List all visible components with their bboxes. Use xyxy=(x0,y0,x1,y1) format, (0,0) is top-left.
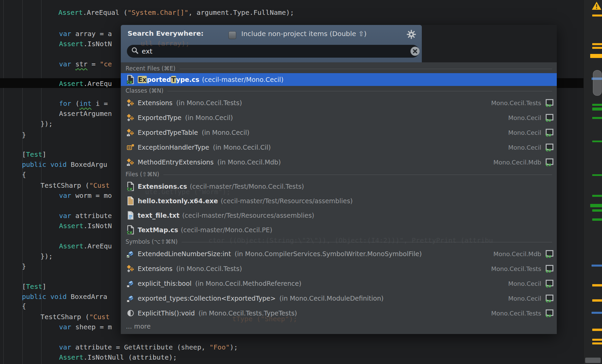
result-row[interactable]: exported_types:Collection<ExportedType>(… xyxy=(121,291,557,306)
result-row[interactable]: TExportedTypeTable(in Mono.Cecil)Mono.Ce… xyxy=(121,125,557,140)
code-line: public void BoxedArgu xyxy=(22,159,107,170)
error-stripe-mark[interactable] xyxy=(592,43,602,45)
result-context: (in Mono.Cecil.Tests.TypeTests) xyxy=(198,309,297,317)
csharp-project-icon: C# xyxy=(544,250,554,258)
error-stripe-mark[interactable] xyxy=(590,204,602,207)
indent-guide xyxy=(3,0,4,364)
code-line: Assert.AreEqu xyxy=(59,79,112,89)
result-row[interactable]: hello.textonly.x64.exe(cecil-master/Test… xyxy=(121,193,557,208)
search-input[interactable]: ext xyxy=(127,45,419,58)
section-header: Classes (⌘N) xyxy=(121,86,557,95)
result-name: ExportedType xyxy=(138,114,182,121)
result-name: Extensions.cs xyxy=(138,183,187,190)
csharp-project-icon: C# xyxy=(544,99,554,107)
result-row[interactable]: TMethodEntryExtensions(in Mono.Cecil.Mdb… xyxy=(121,155,557,170)
result-name: exported_types:Collection<ExportedType> xyxy=(138,295,276,302)
csharp-file-icon: C# xyxy=(126,75,136,84)
result-row[interactable]: ExplicitThis():void(in Mono.Cecil.Tests.… xyxy=(121,306,557,321)
result-name: explicit_this:bool xyxy=(138,280,192,287)
enum-icon xyxy=(126,143,136,151)
scrollbar-thumb[interactable] xyxy=(593,70,602,96)
csharp-project-icon: C# xyxy=(544,143,554,152)
clear-search-icon[interactable] xyxy=(410,46,420,58)
result-module: Mono.Cecil.Tests xyxy=(491,310,541,317)
result-row[interactable]: C#Extensions.cs(cecil-master/Test/Mono.C… xyxy=(121,179,557,193)
code-line: [Test] xyxy=(22,149,46,159)
section-title: Symbols (⌥⇧⌘N) xyxy=(126,238,177,245)
result-context: (in Mono.Cecil.Cil) xyxy=(213,144,271,151)
result-context: (in Mono.Cecil) xyxy=(202,129,250,136)
result-row[interactable]: TExportedType(in Mono.Cecil)Mono.CecilC# xyxy=(121,110,557,125)
result-context: (in Mono.CompilerServices.SymbolWriter.M… xyxy=(235,250,422,257)
result-row[interactable]: C#ExportedType.cs(cecil-master/Mono.Ceci… xyxy=(121,73,557,86)
section-header: Symbols (⌥⇧⌘N) xyxy=(121,237,557,246)
result-name: MethodEntryExtensions xyxy=(138,158,214,166)
warning-triangle-icon[interactable] xyxy=(591,1,602,12)
error-stripe-mark[interactable] xyxy=(592,47,602,49)
csharp-project-icon: C# xyxy=(544,158,554,166)
csharp-project-icon: C# xyxy=(544,309,554,317)
code-line: [Test] xyxy=(22,281,46,292)
code-line: TestCSharp ("Cust xyxy=(40,180,110,190)
error-stripe-mark[interactable] xyxy=(592,339,602,341)
code-line: var attribute = GetAttribute (sheep, "Fo… xyxy=(59,342,238,352)
include-non-project-checkbox[interactable] xyxy=(228,31,236,39)
error-stripe-mark[interactable] xyxy=(592,342,602,344)
result-module: Mono.Cecil xyxy=(508,114,541,121)
search-input-value: ext xyxy=(142,47,153,55)
result-row[interactable]: TExtensions(in Mono.Cecil.Tests)Mono.Cec… xyxy=(121,95,557,110)
error-stripe-mark[interactable] xyxy=(590,54,602,58)
more-results[interactable]: ... more xyxy=(121,321,557,332)
class-icon: T xyxy=(126,114,136,122)
error-stripe-mark[interactable] xyxy=(592,195,602,197)
error-stripe-mark[interactable] xyxy=(592,104,602,106)
csharp-file-icon: C# xyxy=(126,182,136,191)
popup-title: Search Everywhere: xyxy=(128,29,203,37)
result-context: (cecil-master/Test/Resources/assemblies) xyxy=(221,197,353,205)
include-non-project-label[interactable]: Include non-project items (Double ⇧) xyxy=(241,30,366,38)
section-title: Files (⇧⌘N) xyxy=(126,171,159,178)
error-stripe-mark[interactable] xyxy=(592,108,602,111)
result-name: ExceptionHandlerType xyxy=(138,144,209,151)
svg-text:C#: C# xyxy=(546,269,551,273)
csharp-project-icon: C# xyxy=(544,265,554,273)
result-row[interactable]: text_file.txt(cecil-master/Test/Resource… xyxy=(121,208,557,222)
class-icon: T xyxy=(126,99,136,107)
error-stripe-mark[interactable] xyxy=(592,218,602,221)
result-module: Mono.Cecil.Tests xyxy=(491,99,541,107)
error-stripe-mark[interactable] xyxy=(592,299,602,302)
result-row[interactable]: TExtensions(in Mono.Cecil.Tests)Mono.Cec… xyxy=(121,261,557,276)
error-stripe-mark[interactable] xyxy=(592,265,602,267)
svg-text:C#: C# xyxy=(546,148,551,152)
result-module: Mono.Cecil xyxy=(508,295,541,302)
error-stripe-mark[interactable] xyxy=(592,141,602,142)
error-stripe-mark[interactable] xyxy=(592,117,602,119)
result-row[interactable]: explicit_this:bool(in Mono.Cecil.MethodR… xyxy=(121,276,557,291)
result-module: Mono.Cecil xyxy=(508,280,541,287)
result-context: (in Mono.Cecil.Tests) xyxy=(176,99,242,107)
code-line: } xyxy=(22,261,26,271)
class-internal-icon: T xyxy=(126,158,136,166)
svg-text:C#: C# xyxy=(127,187,133,191)
section-title: Classes (⌘N) xyxy=(126,87,163,94)
csharp-file-icon: C# xyxy=(126,225,136,235)
error-stripe-mark[interactable] xyxy=(592,209,602,212)
error-stripe-mark[interactable] xyxy=(592,329,602,331)
error-stripe-mark[interactable] xyxy=(592,174,602,176)
gear-icon[interactable] xyxy=(407,30,416,40)
result-module: Mono.Cecil.Mdb xyxy=(493,159,541,166)
result-module: Mono.Cecil.Tests xyxy=(491,265,541,272)
code-line: Assert.IsNotN xyxy=(59,221,112,231)
result-row[interactable]: ExtendedLineNumberSize:int(in Mono.Compi… xyxy=(121,246,557,261)
error-stripe-mark[interactable] xyxy=(592,284,602,286)
result-row[interactable]: ExceptionHandlerType(in Mono.Cecil.Cil)M… xyxy=(121,140,557,155)
code-line: var attribute xyxy=(59,211,112,221)
error-stripe-mark[interactable] xyxy=(592,312,602,314)
error-stripe-mark[interactable] xyxy=(592,14,602,17)
result-row[interactable]: C#TextMap.cs(cecil-master/Mono.Cecil.PE) xyxy=(121,222,557,237)
svg-text:C#: C# xyxy=(546,314,551,317)
code-line: { xyxy=(22,301,26,311)
svg-text:C#: C# xyxy=(546,163,551,166)
result-name: text_file.txt xyxy=(138,212,180,219)
section-header: Files (⇧⌘N) xyxy=(121,170,557,179)
